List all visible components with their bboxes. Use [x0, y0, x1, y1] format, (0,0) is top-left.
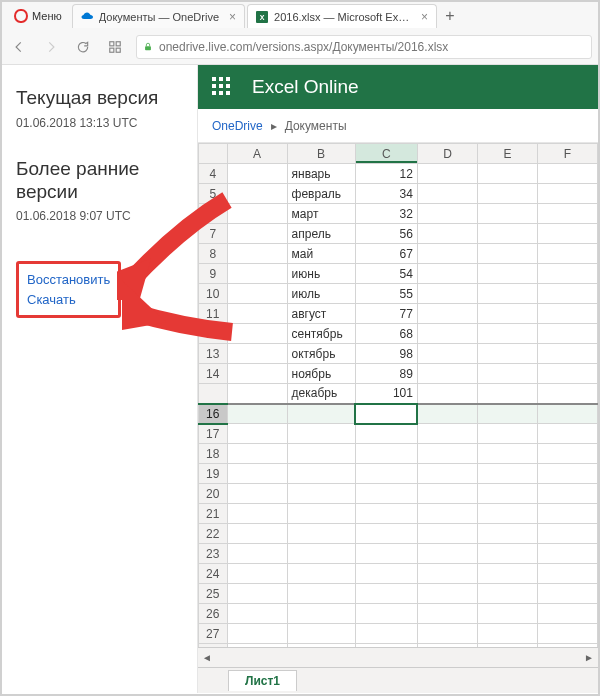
cell[interactable]	[355, 444, 417, 464]
cell[interactable]: январь	[287, 164, 355, 184]
cell[interactable]	[227, 204, 287, 224]
cell[interactable]	[538, 164, 598, 184]
spreadsheet-grid[interactable]: ABCDEF 4январь125февраль346март327апрель…	[198, 143, 598, 647]
row-header[interactable]: 20	[199, 484, 228, 504]
cell[interactable]	[355, 604, 417, 624]
cell[interactable]: ноябрь	[287, 364, 355, 384]
cell[interactable]	[417, 584, 477, 604]
cell[interactable]: 77	[355, 304, 417, 324]
close-icon[interactable]: ×	[229, 10, 236, 24]
cell[interactable]	[227, 384, 287, 404]
cell[interactable]	[287, 564, 355, 584]
row-header[interactable]: 26	[199, 604, 228, 624]
cell[interactable]	[417, 264, 477, 284]
cell[interactable]	[287, 624, 355, 644]
cell[interactable]	[287, 644, 355, 648]
cell[interactable]	[355, 464, 417, 484]
row-header[interactable]: 6	[199, 204, 228, 224]
address-bar[interactable]: onedrive.live.com/versions.aspx/Документ…	[136, 35, 592, 59]
row-header[interactable]: 24	[199, 564, 228, 584]
row-header[interactable]: 18	[199, 444, 228, 464]
cell[interactable]: май	[287, 244, 355, 264]
cell[interactable]	[417, 524, 477, 544]
cell[interactable]	[287, 484, 355, 504]
cell[interactable]	[478, 184, 538, 204]
row-header[interactable]: 11	[199, 304, 228, 324]
cell[interactable]	[538, 184, 598, 204]
sheet-tab[interactable]: Лист1	[228, 670, 297, 691]
cell[interactable]: 55	[355, 284, 417, 304]
cell[interactable]	[417, 424, 477, 444]
cell[interactable]	[227, 584, 287, 604]
cell[interactable]: 54	[355, 264, 417, 284]
cell[interactable]	[417, 364, 477, 384]
row-header[interactable]: 13	[199, 344, 228, 364]
row-header[interactable]: 19	[199, 464, 228, 484]
cell[interactable]	[478, 584, 538, 604]
cell[interactable]	[417, 444, 477, 464]
cell[interactable]	[538, 644, 598, 648]
scroll-right-icon[interactable]: ►	[580, 652, 598, 663]
tab-onedrive[interactable]: Документы — OneDrive ×	[72, 4, 245, 28]
cell[interactable]	[355, 424, 417, 444]
cell[interactable]: 68	[355, 324, 417, 344]
cell[interactable]	[478, 484, 538, 504]
cell[interactable]	[287, 544, 355, 564]
row-header[interactable]: 10	[199, 284, 228, 304]
cell[interactable]: февраль	[287, 184, 355, 204]
cell[interactable]	[227, 344, 287, 364]
cell[interactable]	[478, 364, 538, 384]
row-header[interactable]: 21	[199, 504, 228, 524]
cell[interactable]	[227, 244, 287, 264]
cell[interactable]	[355, 524, 417, 544]
cell[interactable]	[287, 424, 355, 444]
row-header[interactable]: 12	[199, 324, 228, 344]
cell[interactable]	[478, 504, 538, 524]
cell[interactable]	[417, 244, 477, 264]
cell[interactable]	[227, 444, 287, 464]
cell[interactable]	[478, 624, 538, 644]
cell[interactable]	[538, 204, 598, 224]
cell[interactable]: 32	[355, 204, 417, 224]
cell[interactable]	[355, 644, 417, 648]
cell[interactable]	[538, 544, 598, 564]
cell[interactable]	[538, 604, 598, 624]
cell[interactable]	[478, 284, 538, 304]
cell[interactable]	[538, 624, 598, 644]
cell[interactable]	[538, 484, 598, 504]
cell[interactable]	[417, 624, 477, 644]
speed-dial-button[interactable]	[104, 36, 126, 58]
cell[interactable]	[478, 564, 538, 584]
breadcrumb-root[interactable]: OneDrive	[212, 119, 263, 133]
cell[interactable]	[417, 504, 477, 524]
cell[interactable]	[538, 284, 598, 304]
cell[interactable]	[538, 564, 598, 584]
cell[interactable]	[227, 464, 287, 484]
cell[interactable]	[287, 464, 355, 484]
cell[interactable]	[227, 284, 287, 304]
cell[interactable]	[355, 584, 417, 604]
row-header[interactable]: 8	[199, 244, 228, 264]
cell[interactable]: октябрь	[287, 344, 355, 364]
cell[interactable]	[227, 184, 287, 204]
cell[interactable]	[478, 204, 538, 224]
cell[interactable]	[417, 184, 477, 204]
cell[interactable]	[355, 624, 417, 644]
cell[interactable]	[478, 384, 538, 404]
column-header[interactable]: F	[538, 144, 598, 164]
cell[interactable]	[227, 624, 287, 644]
cell[interactable]	[417, 484, 477, 504]
row-header[interactable]: 22	[199, 524, 228, 544]
cell[interactable]	[417, 644, 477, 648]
cell[interactable]	[538, 344, 598, 364]
browser-menu[interactable]: Меню	[6, 9, 70, 23]
cell[interactable]	[227, 324, 287, 344]
cell[interactable]	[227, 224, 287, 244]
download-link[interactable]: Скачать	[27, 290, 110, 310]
cell[interactable]	[287, 404, 355, 424]
cell[interactable]	[538, 304, 598, 324]
row-header[interactable]: 23	[199, 544, 228, 564]
cell[interactable]	[538, 444, 598, 464]
cell[interactable]	[417, 404, 477, 424]
cell[interactable]	[417, 464, 477, 484]
